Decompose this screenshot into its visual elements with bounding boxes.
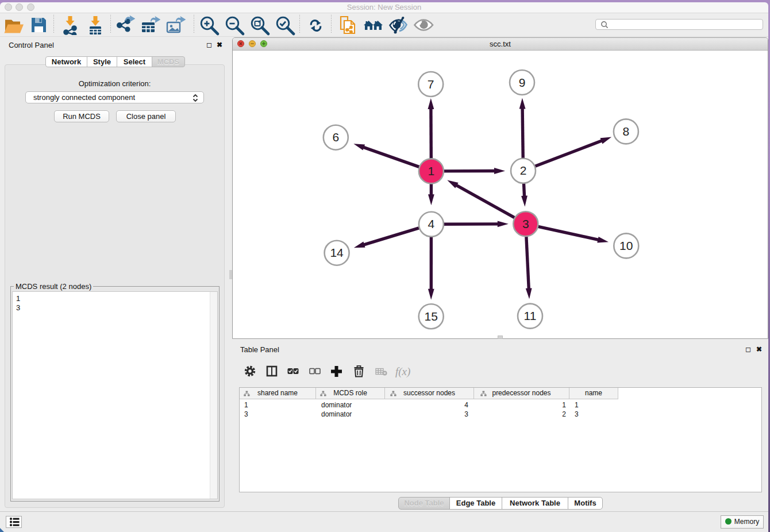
svg-text:8: 8 — [623, 125, 630, 138]
svg-text:1: 1 — [428, 164, 435, 178]
svg-text:4: 4 — [428, 217, 435, 230]
svg-text:6: 6 — [332, 130, 339, 144]
svg-text:3: 3 — [522, 217, 529, 230]
svg-text:2: 2 — [520, 164, 527, 177]
svg-text:7: 7 — [428, 78, 434, 91]
svg-text:11: 11 — [524, 309, 537, 322]
svg-text:14: 14 — [330, 246, 344, 259]
svg-text:9: 9 — [519, 76, 526, 89]
svg-text:10: 10 — [619, 239, 633, 252]
svg-text:15: 15 — [425, 310, 438, 323]
